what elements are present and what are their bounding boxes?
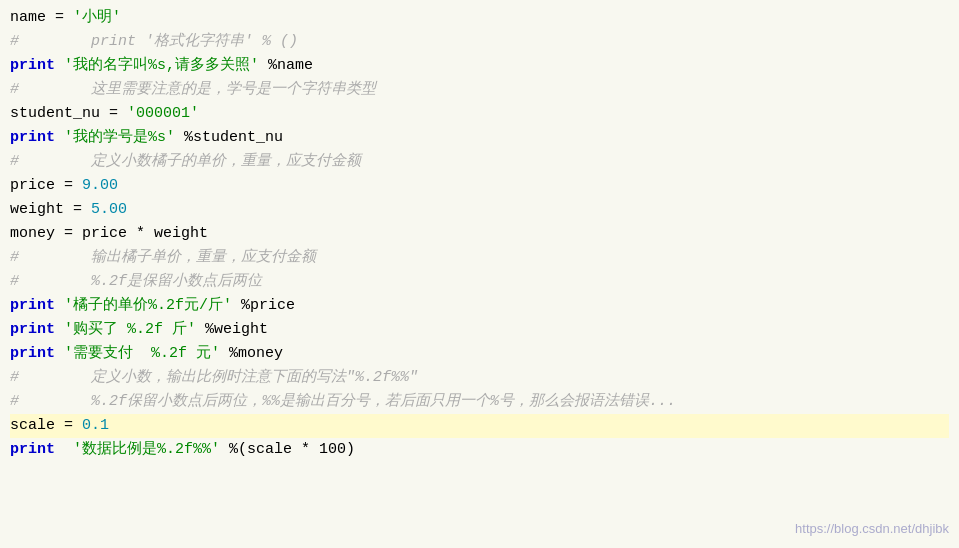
str-token: '橘子的单价%.2f元/斤' [64, 294, 232, 318]
comment-token: # 定义小数，输出比例时注意下面的写法"%.2f%%" [10, 366, 418, 390]
str-token: '需要支付 %.2f 元' [64, 342, 220, 366]
plain-token: = [55, 174, 82, 198]
plain-token: = price * weight [55, 222, 208, 246]
plain-token [55, 318, 64, 342]
num-token: 9.00 [82, 174, 118, 198]
kw-token: print [10, 438, 55, 462]
var-token: scale [10, 414, 55, 438]
code-line-14: print '购买了 %.2f 斤' %weight [10, 318, 949, 342]
comment-token: # print '格式化字符串' % () [10, 30, 298, 54]
var-token: money [10, 222, 55, 246]
var-token: weight [10, 198, 64, 222]
plain-token: %student_nu [175, 126, 283, 150]
plain-token [55, 126, 64, 150]
var-token: price [10, 174, 55, 198]
watermark: https://blog.csdn.net/dhjibk [795, 519, 949, 540]
var-token: student_nu [10, 102, 100, 126]
str-token: '我的学号是%s' [64, 126, 175, 150]
code-line-5: student_nu = '000001' [10, 102, 949, 126]
str-token: '000001' [127, 102, 199, 126]
comment-token: # %.2f是保留小数点后两位 [10, 270, 262, 294]
plain-token: %weight [196, 318, 268, 342]
comment-token: # 定义小数橘子的单价，重量，应支付金额 [10, 150, 361, 174]
str-token: '数据比例是%.2f%%' [73, 438, 220, 462]
plain-token [55, 54, 64, 78]
plain-token [55, 438, 73, 462]
num-token: 5.00 [91, 198, 127, 222]
plain-token: %name [259, 54, 313, 78]
kw-token: print [10, 294, 55, 318]
code-line-4: # 这里需要注意的是，学号是一个字符串类型 [10, 78, 949, 102]
code-line-6: print '我的学号是%s' %student_nu [10, 126, 949, 150]
code-line-10: money = price * weight [10, 222, 949, 246]
str-token: '购买了 %.2f 斤' [64, 318, 196, 342]
comment-token: # %.2f保留小数点后两位，%%是输出百分号，若后面只用一个%号，那么会报语法… [10, 390, 676, 414]
plain-token: %price [232, 294, 295, 318]
code-line-15: print '需要支付 %.2f 元' %money [10, 342, 949, 366]
plain-token: = [46, 6, 73, 30]
code-line-2: # print '格式化字符串' % () [10, 30, 949, 54]
plain-token: = [64, 198, 91, 222]
code-lines: name = '小明'# print '格式化字符串' % ()print '我… [10, 6, 949, 462]
code-line-7: # 定义小数橘子的单价，重量，应支付金额 [10, 150, 949, 174]
code-line-11: # 输出橘子单价，重量，应支付金额 [10, 246, 949, 270]
code-line-19: print '数据比例是%.2f%%' %(scale * 100) [10, 438, 949, 462]
code-line-3: print '我的名字叫%s,请多多关照' %name [10, 54, 949, 78]
comment-token: # 这里需要注意的是，学号是一个字符串类型 [10, 78, 376, 102]
code-line-1: name = '小明' [10, 6, 949, 30]
plain-token: = [55, 414, 82, 438]
code-line-9: weight = 5.00 [10, 198, 949, 222]
code-line-12: # %.2f是保留小数点后两位 [10, 270, 949, 294]
num-token: 0.1 [82, 414, 109, 438]
code-editor: name = '小明'# print '格式化字符串' % ()print '我… [0, 0, 959, 548]
code-line-13: print '橘子的单价%.2f元/斤' %price [10, 294, 949, 318]
var-token: name [10, 6, 46, 30]
kw-token: print [10, 126, 55, 150]
code-line-8: price = 9.00 [10, 174, 949, 198]
comment-token: # 输出橘子单价，重量，应支付金额 [10, 246, 316, 270]
plain-token: = [100, 102, 127, 126]
plain-token: %money [220, 342, 283, 366]
plain-token: %(scale * 100) [220, 438, 355, 462]
plain-token [55, 342, 64, 366]
kw-token: print [10, 342, 55, 366]
code-line-17: # %.2f保留小数点后两位，%%是输出百分号，若后面只用一个%号，那么会报语法… [10, 390, 949, 414]
kw-token: print [10, 318, 55, 342]
plain-token [55, 294, 64, 318]
str-token: '小明' [73, 6, 121, 30]
code-line-18: scale = 0.1 [10, 414, 949, 438]
code-line-16: # 定义小数，输出比例时注意下面的写法"%.2f%%" [10, 366, 949, 390]
str-token: '我的名字叫%s,请多多关照' [64, 54, 259, 78]
kw-token: print [10, 54, 55, 78]
